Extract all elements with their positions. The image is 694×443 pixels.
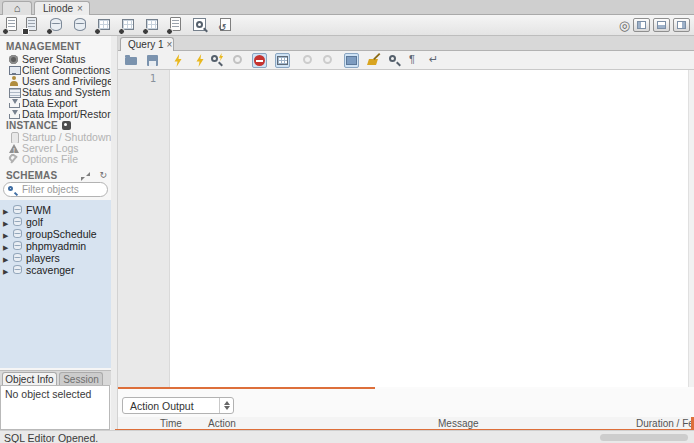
limit-rows-icon[interactable] bbox=[275, 53, 290, 68]
schema-item-phpmyadmin[interactable]: ▶ phpmyadmin bbox=[0, 240, 111, 252]
sidebar-scrollbar[interactable] bbox=[111, 36, 118, 430]
status-bar: SQL Editor Opened. bbox=[0, 430, 694, 443]
new-procedure-icon[interactable] bbox=[144, 17, 160, 33]
schema-icon bbox=[13, 253, 22, 262]
execute-icon[interactable] bbox=[170, 53, 185, 68]
user-icon bbox=[8, 76, 20, 87]
stop-icon[interactable] bbox=[231, 53, 246, 68]
import-icon bbox=[8, 109, 20, 120]
schema-item-fwm[interactable]: ▶ FWM bbox=[0, 204, 111, 216]
close-icon[interactable]: × bbox=[77, 3, 83, 14]
expand-icon[interactable] bbox=[81, 172, 90, 181]
new-table-icon[interactable] bbox=[96, 17, 112, 33]
tab-object-info[interactable]: Object Info bbox=[2, 372, 57, 386]
editor-scrollbar[interactable] bbox=[688, 70, 694, 387]
sidebar-item-users-privileges[interactable]: Users and Privileges bbox=[0, 76, 111, 87]
sidebar-item-data-export[interactable]: Data Export bbox=[0, 98, 111, 109]
open-script-icon[interactable] bbox=[124, 53, 139, 68]
schema-icon bbox=[13, 205, 22, 214]
warning-icon bbox=[8, 143, 20, 154]
chevron-right-icon[interactable]: ▶ bbox=[3, 266, 8, 278]
variables-icon bbox=[8, 87, 20, 98]
sql-editor-canvas[interactable]: 1 bbox=[118, 70, 694, 387]
toggle-autocommit-icon[interactable] bbox=[344, 53, 359, 68]
info-tab-bar: Object Info Session bbox=[0, 370, 111, 385]
find-icon[interactable] bbox=[387, 53, 402, 68]
instance-section-header: INSTANCE bbox=[6, 120, 71, 131]
invisible-characters-icon[interactable]: ¶ bbox=[407, 53, 422, 68]
management-section-header: MANAGEMENT bbox=[6, 41, 81, 52]
tab-query-1[interactable]: Query 1× bbox=[120, 37, 174, 51]
toggle-left-sidebar-button[interactable] bbox=[633, 18, 650, 32]
toggle-right-sidebar-button[interactable] bbox=[673, 18, 690, 32]
line-number-gutter: 1 bbox=[118, 70, 170, 387]
connection-tab-linode[interactable]: Linode× bbox=[34, 1, 90, 15]
commit-icon[interactable] bbox=[301, 53, 316, 68]
column-header-duration-fetch[interactable]: Duration / Fetch bbox=[636, 418, 691, 429]
schemas-section-header: SCHEMAS bbox=[6, 170, 57, 181]
sidebar-item-status-system-variables[interactable]: Status and System Variables bbox=[0, 87, 111, 98]
reconnect-dbms-icon[interactable] bbox=[218, 17, 234, 33]
query-tab-bar: Query 1× bbox=[118, 36, 694, 51]
search-table-data-icon[interactable] bbox=[192, 17, 208, 33]
column-header-message[interactable]: Message bbox=[438, 418, 479, 429]
schema-item-golf[interactable]: ▶ golf bbox=[0, 216, 111, 228]
sidebar-item-server-logs[interactable]: Server Logs bbox=[0, 143, 111, 154]
schema-filter-input[interactable] bbox=[22, 184, 104, 195]
schema-item-scavenger[interactable]: ▶ scavenger bbox=[0, 264, 111, 276]
schema-icon bbox=[13, 265, 22, 274]
main-toolbar: ◎ bbox=[0, 15, 694, 36]
new-function-icon[interactable] bbox=[168, 17, 184, 33]
wrap-text-icon[interactable]: ↵ bbox=[427, 53, 442, 68]
navigator-sidebar: MANAGEMENT Server Status Client Connecti… bbox=[0, 36, 111, 430]
new-schema-icon[interactable] bbox=[48, 17, 64, 33]
sidebar-item-server-status[interactable]: Server Status bbox=[0, 54, 111, 65]
sidebar-item-options-file[interactable]: Options File bbox=[0, 154, 111, 165]
output-panel: Action Output Time Action Message Durati… bbox=[118, 389, 694, 430]
refresh-icon[interactable]: ↻ bbox=[99, 170, 107, 180]
tab-session[interactable]: Session bbox=[59, 372, 103, 386]
open-sql-script-icon[interactable] bbox=[24, 17, 40, 33]
rollback-icon[interactable] bbox=[321, 53, 336, 68]
schema-item-players[interactable]: ▶ players bbox=[0, 252, 111, 264]
explain-icon[interactable] bbox=[210, 53, 225, 68]
preferences-wheel-icon[interactable]: ◎ bbox=[619, 18, 630, 33]
mysql-workbench-window: ⌂ Linode× ◎ MANAGEMENT Server Status Cli… bbox=[0, 0, 694, 443]
toggle-stop-on-error-icon[interactable] bbox=[252, 53, 267, 68]
stepper-icon[interactable] bbox=[219, 398, 233, 413]
power-icon bbox=[8, 132, 20, 143]
sidebar-item-client-connections[interactable]: Client Connections bbox=[0, 65, 111, 76]
home-icon: ⌂ bbox=[14, 2, 21, 14]
export-icon bbox=[8, 98, 20, 109]
schema-icon bbox=[13, 229, 22, 238]
new-sql-tab-icon[interactable] bbox=[4, 17, 20, 33]
schema-icon bbox=[13, 217, 22, 226]
schema-item-groupschedule[interactable]: ▶ groupSchedule bbox=[0, 228, 111, 240]
gauge-icon bbox=[8, 54, 20, 65]
save-script-icon[interactable] bbox=[145, 53, 160, 68]
beautify-icon[interactable] bbox=[367, 53, 382, 68]
sidebar-item-startup-shutdown[interactable]: Startup / Shutdown bbox=[0, 132, 111, 143]
execute-current-icon[interactable] bbox=[190, 53, 205, 68]
schema-icon bbox=[13, 241, 22, 250]
object-info-panel: No object selected bbox=[0, 385, 110, 430]
schema-tree: ▶ FWM ▶ golf ▶ groupSchedule ▶ phpmyadmi… bbox=[0, 200, 111, 368]
output-type-select[interactable]: Action Output bbox=[122, 397, 234, 414]
sidebar-item-data-import-restore[interactable]: Data Import/Restore bbox=[0, 109, 111, 120]
window-tab-bar: ⌂ Linode× bbox=[0, 0, 694, 15]
search-icon bbox=[8, 186, 13, 191]
line-number: 1 bbox=[150, 72, 156, 84]
monitor-icon bbox=[8, 65, 20, 76]
home-tab[interactable]: ⌂ bbox=[2, 1, 32, 15]
inspect-schema-icon[interactable] bbox=[72, 17, 88, 33]
connection-tab-label: Linode bbox=[43, 3, 73, 14]
column-header-action[interactable]: Action bbox=[208, 418, 236, 429]
toggle-bottom-panel-button[interactable] bbox=[653, 18, 670, 32]
sql-editor-panel: Query 1× ¶ ↵ 1 bbox=[118, 36, 694, 430]
new-view-icon[interactable] bbox=[120, 17, 136, 33]
column-header-time[interactable]: Time bbox=[160, 418, 182, 429]
schema-filter-box bbox=[3, 182, 108, 197]
sql-editor-toolbar: ¶ ↵ bbox=[118, 51, 694, 70]
horizontal-scrollbar-thumb[interactable] bbox=[600, 434, 688, 441]
close-icon[interactable]: × bbox=[167, 39, 173, 50]
